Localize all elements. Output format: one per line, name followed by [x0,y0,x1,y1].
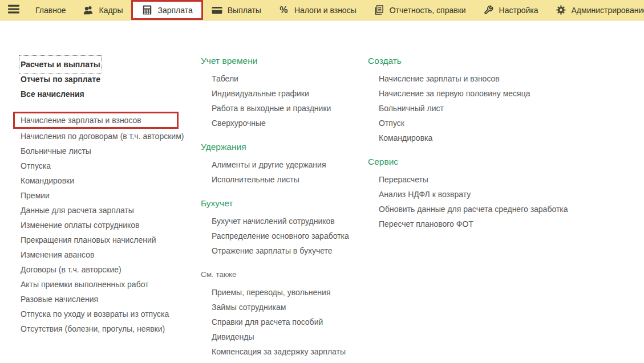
section-items: ПерерасчетыАнализ НДФЛ к возвратуОбновит… [368,172,596,231]
menu-item[interactable]: Больничный лист [379,101,596,116]
menu-item[interactable]: Прекращения плановых начислений [21,233,192,247]
menu-item[interactable]: Табели [212,71,361,86]
menu-item[interactable]: Работа в выходные и праздники [212,101,361,116]
menu-section: См. такжеПриемы, переводы, увольненияЗай… [201,268,361,359]
topbar: ГлавноеКадрыЗарплатаВыплаты%Налоги и взн… [0,0,644,21]
menu-item[interactable]: Договоры (в т.ч. авторские) [21,262,192,277]
menu-item[interactable]: Сверхурочные [212,116,361,130]
people-icon [83,6,94,15]
app-window: ГлавноеКадрыЗарплатаВыплаты%Налоги и взн… [0,0,644,363]
tab-main[interactable]: Главное [27,0,75,20]
menu-item[interactable]: Изменение оплаты сотрудников [21,218,192,233]
menu-item[interactable]: Справки для расчета пособий [212,315,361,329]
left-menu-command[interactable]: Расчеты и выплаты [21,57,192,72]
menu-section: БухучетБухучет начислений сотрудниковРас… [201,197,361,258]
tab-label: Отчетность, справки [390,6,466,15]
menu-item[interactable]: Распределение основного заработка [212,229,361,243]
tab-personnel[interactable]: Кадры [75,0,132,20]
section-title: Создать [368,55,596,67]
group-divider [21,101,192,112]
menu-item[interactable]: Компенсация за задержку зарплаты [212,344,361,359]
section-tabs: ГлавноеКадрыЗарплатаВыплаты%Налоги и взн… [27,0,644,20]
menu-item[interactable]: Данные для расчета зарплаты [21,203,192,218]
hamburger-icon [8,5,19,16]
tab-label: Выплаты [228,6,261,15]
section-items: Бухучет начислений сотрудниковРаспределе… [201,214,361,258]
calculator-icon [141,5,152,15]
tab-reporting[interactable]: Отчетность, справки [365,0,475,20]
menu-item[interactable]: Акты приемки выполненных работ [21,277,192,292]
menu-item[interactable]: Бухучет начислений сотрудников [212,214,361,229]
menu-item[interactable]: Отсутствия (болезни, прогулы, неявки) [21,321,192,336]
menu-item-label: Отчеты по зарплате [21,72,100,87]
left-menu-command[interactable]: Все начисления [21,87,192,101]
tab-settings[interactable]: Настройка [475,0,547,20]
menu-section: СоздатьНачисление зарплаты и взносовНачи… [368,55,596,145]
section-title: Удержания [201,141,361,153]
menu-item[interactable]: Исполнительные листы [212,172,361,187]
section-title: Бухучет [201,197,361,210]
section-items: Приемы, переводы, увольненияЗаймы сотруд… [201,285,361,359]
left-column: Расчеты и выплатыОтчеты по зарплатеВсе н… [21,57,192,336]
menu-item-label: Все начисления [21,87,84,101]
section-title: См. также [201,268,361,281]
documents-icon [374,5,384,15]
tab-taxes[interactable]: %Налоги и взносы [270,0,365,20]
menu-item[interactable]: Займы сотрудникам [212,300,361,315]
menu-item[interactable]: Перерасчеты [379,172,596,187]
menu-item[interactable]: Начисления по договорам (в т.ч. авторски… [21,129,192,144]
tab-label: Налоги и взносы [294,6,357,15]
menu-item[interactable]: Анализ НДФЛ к возврату [379,187,596,202]
tab-administration[interactable]: Администрирование [547,0,644,20]
right-column: СоздатьНачисление зарплаты и взносовНачи… [368,55,596,242]
card-icon [212,6,222,14]
menu-item[interactable]: Премии [21,188,192,203]
section-items: Алименты и другие удержанияИсполнительны… [201,157,361,187]
tab-payments[interactable]: Выплаты [203,0,270,20]
menu-item[interactable]: Дивиденды [212,329,361,344]
menu-item[interactable]: Отпуск [379,116,596,130]
tab-label: Кадры [99,6,123,15]
menu-section: Учет времениТабелиИндивидуальные графики… [201,55,361,130]
menu-item[interactable]: Алименты и другие удержания [212,157,361,172]
section-title: Сервис [368,156,596,168]
middle-column: Учет времениТабелиИндивидуальные графики… [201,55,361,363]
menu-item[interactable]: Больничные листы [21,144,192,158]
tab-label: Настройка [499,6,538,15]
tab-label: Зарплата [157,6,192,15]
section-title: Учет времени [201,55,361,67]
menu-item-highlighted[interactable]: Начисление зарплаты и взносов [13,112,179,129]
tab-salary[interactable]: Зарплата [131,0,202,20]
menu-item[interactable]: Приемы, переводы, увольнения [212,285,361,300]
gear-icon [556,5,566,15]
menu-item[interactable]: Отпуска по уходу и возвраты из отпуска [21,307,192,321]
menu-item[interactable]: Обновить данные для расчета среднего зар… [379,202,596,217]
menu-item[interactable]: Изменения авансов [21,247,192,262]
menu-item[interactable]: Командировки [21,173,192,188]
wrench-icon [483,5,494,15]
main-menu-button[interactable] [0,0,27,20]
menu-item[interactable]: Пересчет планового ФОТ [379,217,596,231]
salary-section-menu: Расчеты и выплатыОтчеты по зарплатеВсе н… [0,21,644,363]
menu-item[interactable]: Разовые начисления [21,292,192,307]
menu-section: СервисПерерасчетыАнализ НДФЛ к возвратуО… [368,156,596,231]
left-menu-command[interactable]: Отчеты по зарплате [21,72,192,87]
menu-item[interactable]: Начисление за первую половину месяца [379,86,596,101]
tab-label: Главное [35,6,66,15]
menu-item[interactable]: Начисление зарплаты и взносов [379,71,596,86]
menu-item[interactable]: Отражение зарплаты в бухучете [212,243,361,258]
section-items: Начисление зарплаты и взносовНачисление … [368,71,596,145]
menu-item[interactable]: Индивидуальные графики [212,86,361,101]
percent-icon: % [278,6,289,15]
menu-item-label: Расчеты и выплаты [21,57,100,72]
menu-section: УдержанияАлименты и другие удержанияИспо… [201,141,361,187]
section-items: ТабелиИндивидуальные графикиРабота в вых… [201,71,361,130]
menu-item[interactable]: Командировка [379,130,596,145]
menu-item[interactable]: Отпуска [21,158,192,173]
tab-label: Администрирование [572,6,644,15]
